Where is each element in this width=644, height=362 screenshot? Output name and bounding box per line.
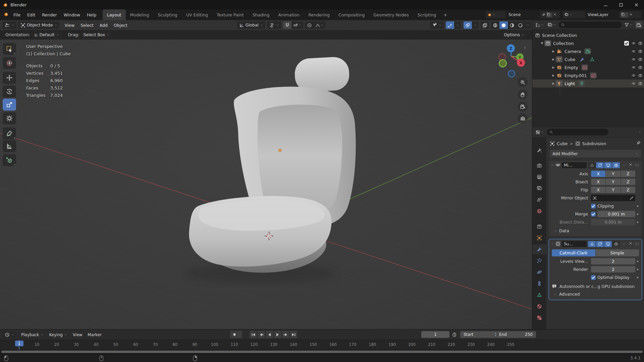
pan-view-button[interactable] [518,89,528,100]
timeline-menu-playback[interactable]: Playback [18,333,47,337]
options-dropdown[interactable]: Options [502,31,527,39]
maximize-button[interactable] [613,0,629,9]
hide-in-viewport-icon[interactable] [632,65,636,69]
tab-physics[interactable] [532,267,546,277]
disable-in-renders-icon[interactable] [638,65,642,69]
hide-in-viewport-icon[interactable] [632,49,636,53]
tool-scale-button[interactable] [3,99,16,111]
tool-measure-button[interactable] [3,140,16,152]
disable-in-renders-icon[interactable] [638,41,642,45]
editor-type-button[interactable] [3,21,16,29]
workspace-tab-compositing[interactable]: Compositing [334,9,369,20]
axis-x-button[interactable]: X [591,171,605,177]
tool-add-cube-button[interactable] [3,154,16,166]
tab-modifiers[interactable] [532,244,546,254]
toggle-realtime[interactable] [604,162,612,168]
camera-view-button[interactable] [518,102,528,112]
outliner-row-scene-collection[interactable]: Scene Collection [532,31,644,39]
modifier-remove-button[interactable] [629,163,633,168]
disclosure-closed-icon[interactable]: ▶ [551,66,556,69]
gizmos-dropdown[interactable] [454,21,461,29]
show-gizmos-toggle[interactable] [446,21,454,29]
workspace-tab-layout[interactable]: Layout [103,9,126,20]
timeline-menu-keying[interactable]: Keying [47,333,70,337]
disable-in-renders-icon[interactable] [638,73,642,77]
viewlayer-type-dropdown[interactable] [563,11,585,18]
viewport-menu-select[interactable]: Select [77,23,97,28]
collection-checkbox[interactable] [624,41,629,46]
shading-wireframe-button[interactable] [491,21,499,29]
pivot-point-dropdown[interactable] [267,21,281,29]
simple-button[interactable]: Simple [596,249,639,256]
drag-mode-dropdown[interactable]: Select Box [82,31,112,39]
timeline-menu-marker[interactable]: Marker [85,333,104,337]
toggle-render[interactable] [612,241,620,247]
disclosure-closed-icon[interactable]: ▶ [551,82,556,85]
animate-property-dot[interactable] [637,277,639,279]
scene-unlink-button[interactable] [553,12,558,17]
disable-in-renders-icon[interactable] [638,81,642,85]
proportional-falloff-dropdown[interactable] [314,21,325,29]
menu-help[interactable]: Help [84,9,100,20]
viewlayer-name-field[interactable]: ViewLayer [585,11,619,18]
close-button[interactable] [629,0,644,9]
timeline-scrollbar[interactable] [0,350,644,354]
transform-orientation-dropdown[interactable]: Global [237,21,265,29]
disclosure-closed-icon[interactable]: ▶ [551,74,556,77]
car-seat-model[interactable] [181,56,359,288]
disable-in-renders-icon[interactable] [638,49,642,53]
workspace-tab-shading[interactable]: Shading [248,9,274,20]
animate-property-dot[interactable] [637,268,639,270]
drag-grip-icon[interactable] [634,162,640,168]
hide-in-viewport-icon[interactable] [632,41,636,45]
snap-toggle[interactable] [283,21,291,29]
toggle-realtime[interactable] [604,241,612,247]
new-collection-button[interactable] [635,21,642,28]
proportional-editing-toggle[interactable] [305,21,314,29]
panel-expand-icon[interactable] [551,164,554,167]
pin-properties-button[interactable] [636,140,641,146]
modifier-remove-button[interactable] [629,241,633,246]
play-reverse-button[interactable] [266,331,273,338]
toggle-on-cage[interactable] [596,241,604,247]
outliner-row-light[interactable]: ▶Light [532,79,644,87]
minimize-button[interactable] [598,0,613,9]
frame-start-field[interactable]: Start1 [460,331,500,338]
jump-to-end-button[interactable] [290,331,297,338]
properties-search-input[interactable] [547,129,608,135]
object-visibility-dropdown[interactable] [430,21,444,29]
outliner-row-collection[interactable]: ▼Collection [532,39,644,47]
previous-keyframe-button[interactable] [258,331,265,338]
optimal-display-checkbox[interactable] [591,275,596,280]
ortho-perspective-button[interactable] [518,113,528,123]
mode-dropdown[interactable]: Object Mode [18,21,59,29]
jump-to-start-button[interactable] [250,331,257,338]
breadcrumb-object[interactable]: Cube [557,141,568,146]
tab-render[interactable] [532,161,546,171]
properties-filter-dropdown[interactable] [637,128,642,136]
axis-y-button[interactable]: Y [606,171,620,177]
tool-select-box-button[interactable] [3,43,16,55]
bisect-x-button[interactable]: X [591,179,605,185]
playhead-frame-badge[interactable]: 1 [15,341,23,346]
xray-toggle[interactable] [481,21,489,29]
sidebar-collapse-arrow[interactable]: ‹ [524,45,526,50]
orientation-default-dropdown[interactable]: Default [32,31,61,39]
eyedropper-icon[interactable] [630,196,634,200]
scene-name-field[interactable]: Scene [506,11,540,18]
disclosure-closed-icon[interactable]: ▶ [551,50,556,53]
3d-cursor[interactable] [264,231,274,241]
shading-dropdown[interactable] [525,21,531,29]
current-frame-field[interactable]: 1 [421,331,449,338]
workspace-tab-modeling[interactable]: Modeling [126,9,154,20]
tool-move-button[interactable] [3,72,16,84]
show-overlays-toggle[interactable] [464,21,472,29]
outliner-editor-type-button[interactable] [534,21,545,28]
flip-x-button[interactable]: X [591,187,605,193]
animate-property-dot[interactable] [637,221,639,223]
add-workspace-button[interactable]: + [440,9,450,20]
viewlayer-copy-button[interactable] [621,12,628,17]
panel-expand-icon[interactable] [551,242,554,246]
tab-object[interactable] [532,233,546,243]
data-subpanel-toggle[interactable]: Data [549,226,642,234]
